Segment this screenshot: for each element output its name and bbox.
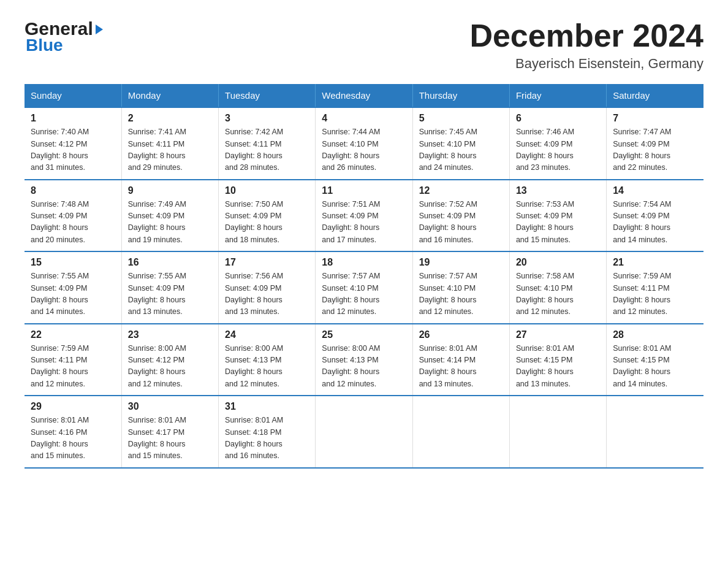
day-cell: 12Sunrise: 7:52 AMSunset: 4:09 PMDayligh… — [412, 180, 509, 252]
day-number: 19 — [419, 257, 503, 268]
day-cell: 9Sunrise: 7:49 AMSunset: 4:09 PMDaylight… — [121, 180, 218, 252]
logo-triangle-icon — [96, 25, 103, 34]
day-number: 22 — [31, 329, 115, 340]
day-info: Sunrise: 8:01 AMSunset: 4:18 PMDaylight:… — [225, 416, 283, 460]
month-title: December 2024 — [469, 18, 703, 53]
day-info: Sunrise: 7:40 AMSunset: 4:12 PMDaylight:… — [31, 128, 89, 172]
day-cell: 1Sunrise: 7:40 AMSunset: 4:12 PMDaylight… — [25, 107, 121, 180]
day-info: Sunrise: 7:53 AMSunset: 4:09 PMDaylight:… — [516, 200, 574, 244]
week-row-3: 15Sunrise: 7:55 AMSunset: 4:09 PMDayligh… — [25, 251, 703, 324]
day-cell — [607, 396, 703, 468]
day-number: 24 — [225, 329, 309, 340]
col-header-tuesday: Tuesday — [219, 84, 316, 107]
day-cell: 11Sunrise: 7:51 AMSunset: 4:09 PMDayligh… — [316, 180, 412, 252]
day-cell: 15Sunrise: 7:55 AMSunset: 4:09 PMDayligh… — [25, 251, 121, 324]
day-cell: 8Sunrise: 7:48 AMSunset: 4:09 PMDaylight… — [25, 180, 121, 252]
day-number: 6 — [516, 113, 600, 124]
day-cell: 18Sunrise: 7:57 AMSunset: 4:10 PMDayligh… — [316, 251, 412, 324]
day-number: 26 — [419, 329, 503, 340]
day-cell: 28Sunrise: 8:01 AMSunset: 4:15 PMDayligh… — [607, 324, 703, 396]
day-info: Sunrise: 8:01 AMSunset: 4:15 PMDaylight:… — [613, 344, 671, 388]
day-cell: 30Sunrise: 8:01 AMSunset: 4:17 PMDayligh… — [121, 396, 218, 468]
day-number: 31 — [225, 401, 309, 412]
day-cell: 23Sunrise: 8:00 AMSunset: 4:12 PMDayligh… — [121, 324, 218, 396]
day-number: 28 — [613, 329, 697, 340]
day-number: 7 — [613, 113, 697, 124]
day-number: 1 — [31, 113, 115, 124]
day-info: Sunrise: 7:52 AMSunset: 4:09 PMDaylight:… — [419, 200, 477, 244]
day-info: Sunrise: 7:50 AMSunset: 4:09 PMDaylight:… — [225, 200, 283, 244]
header-row: SundayMondayTuesdayWednesdayThursdayFrid… — [25, 84, 703, 107]
day-info: Sunrise: 7:58 AMSunset: 4:10 PMDaylight:… — [516, 272, 574, 316]
day-info: Sunrise: 7:51 AMSunset: 4:09 PMDaylight:… — [322, 200, 380, 244]
col-header-thursday: Thursday — [412, 84, 509, 107]
day-info: Sunrise: 7:48 AMSunset: 4:09 PMDaylight:… — [31, 200, 89, 244]
week-row-1: 1Sunrise: 7:40 AMSunset: 4:12 PMDaylight… — [25, 107, 703, 180]
day-cell: 29Sunrise: 8:01 AMSunset: 4:16 PMDayligh… — [25, 396, 121, 468]
day-cell: 14Sunrise: 7:54 AMSunset: 4:09 PMDayligh… — [607, 180, 703, 252]
day-number: 23 — [128, 329, 212, 340]
day-number: 12 — [419, 185, 503, 196]
col-header-saturday: Saturday — [607, 84, 703, 107]
day-cell: 19Sunrise: 7:57 AMSunset: 4:10 PMDayligh… — [412, 251, 509, 324]
col-header-friday: Friday — [509, 84, 606, 107]
day-number: 5 — [419, 113, 503, 124]
col-header-monday: Monday — [121, 84, 218, 107]
day-cell: 3Sunrise: 7:42 AMSunset: 4:11 PMDaylight… — [219, 107, 316, 180]
day-info: Sunrise: 7:54 AMSunset: 4:09 PMDaylight:… — [613, 200, 671, 244]
day-cell: 4Sunrise: 7:44 AMSunset: 4:10 PMDaylight… — [316, 107, 412, 180]
day-cell: 13Sunrise: 7:53 AMSunset: 4:09 PMDayligh… — [509, 180, 606, 252]
calendar-table: SundayMondayTuesdayWednesdayThursdayFrid… — [25, 84, 703, 469]
day-number: 16 — [128, 257, 212, 268]
day-number: 14 — [613, 185, 697, 196]
day-cell: 26Sunrise: 8:01 AMSunset: 4:14 PMDayligh… — [412, 324, 509, 396]
calendar-body: 1Sunrise: 7:40 AMSunset: 4:12 PMDaylight… — [25, 107, 703, 468]
day-info: Sunrise: 8:01 AMSunset: 4:15 PMDaylight:… — [516, 344, 574, 388]
day-cell: 22Sunrise: 7:59 AMSunset: 4:11 PMDayligh… — [25, 324, 121, 396]
day-number: 2 — [128, 113, 212, 124]
day-number: 8 — [31, 185, 115, 196]
day-cell: 10Sunrise: 7:50 AMSunset: 4:09 PMDayligh… — [219, 180, 316, 252]
logo: General Blue — [25, 18, 103, 55]
day-cell — [509, 396, 606, 468]
day-number: 4 — [322, 113, 406, 124]
day-number: 27 — [516, 329, 600, 340]
week-row-5: 29Sunrise: 8:01 AMSunset: 4:16 PMDayligh… — [25, 396, 703, 468]
day-cell: 5Sunrise: 7:45 AMSunset: 4:10 PMDaylight… — [412, 107, 509, 180]
day-cell: 27Sunrise: 8:01 AMSunset: 4:15 PMDayligh… — [509, 324, 606, 396]
day-number: 3 — [225, 113, 309, 124]
day-number: 15 — [31, 257, 115, 268]
day-info: Sunrise: 8:01 AMSunset: 4:14 PMDaylight:… — [419, 344, 477, 388]
week-row-4: 22Sunrise: 7:59 AMSunset: 4:11 PMDayligh… — [25, 324, 703, 396]
day-cell: 16Sunrise: 7:55 AMSunset: 4:09 PMDayligh… — [121, 251, 218, 324]
day-info: Sunrise: 7:57 AMSunset: 4:10 PMDaylight:… — [322, 272, 380, 316]
day-number: 21 — [613, 257, 697, 268]
day-info: Sunrise: 7:57 AMSunset: 4:10 PMDaylight:… — [419, 272, 477, 316]
day-cell: 7Sunrise: 7:47 AMSunset: 4:09 PMDaylight… — [607, 107, 703, 180]
day-info: Sunrise: 8:00 AMSunset: 4:12 PMDaylight:… — [128, 344, 186, 388]
day-info: Sunrise: 7:56 AMSunset: 4:09 PMDaylight:… — [225, 272, 283, 316]
location-subtitle: Bayerisch Eisenstein, Germany — [469, 56, 703, 72]
col-header-sunday: Sunday — [25, 84, 121, 107]
day-cell: 17Sunrise: 7:56 AMSunset: 4:09 PMDayligh… — [219, 251, 316, 324]
day-info: Sunrise: 7:44 AMSunset: 4:10 PMDaylight:… — [322, 128, 380, 172]
day-number: 20 — [516, 257, 600, 268]
day-info: Sunrise: 8:01 AMSunset: 4:16 PMDaylight:… — [31, 416, 89, 460]
day-number: 10 — [225, 185, 309, 196]
day-info: Sunrise: 7:55 AMSunset: 4:09 PMDaylight:… — [128, 272, 186, 316]
day-info: Sunrise: 8:01 AMSunset: 4:17 PMDaylight:… — [128, 416, 186, 460]
day-info: Sunrise: 7:45 AMSunset: 4:10 PMDaylight:… — [419, 128, 477, 172]
day-info: Sunrise: 7:49 AMSunset: 4:09 PMDaylight:… — [128, 200, 186, 244]
day-cell: 31Sunrise: 8:01 AMSunset: 4:18 PMDayligh… — [219, 396, 316, 468]
day-number: 11 — [322, 185, 406, 196]
day-info: Sunrise: 7:42 AMSunset: 4:11 PMDaylight:… — [225, 128, 283, 172]
day-info: Sunrise: 8:00 AMSunset: 4:13 PMDaylight:… — [225, 344, 283, 388]
logo-blue: Blue — [26, 36, 103, 55]
day-number: 18 — [322, 257, 406, 268]
week-row-2: 8Sunrise: 7:48 AMSunset: 4:09 PMDaylight… — [25, 180, 703, 252]
day-cell: 21Sunrise: 7:59 AMSunset: 4:11 PMDayligh… — [607, 251, 703, 324]
day-number: 30 — [128, 401, 212, 412]
title-area: December 2024 Bayerisch Eisenstein, Germ… — [469, 18, 703, 72]
day-cell — [316, 396, 412, 468]
day-info: Sunrise: 8:00 AMSunset: 4:13 PMDaylight:… — [322, 344, 380, 388]
